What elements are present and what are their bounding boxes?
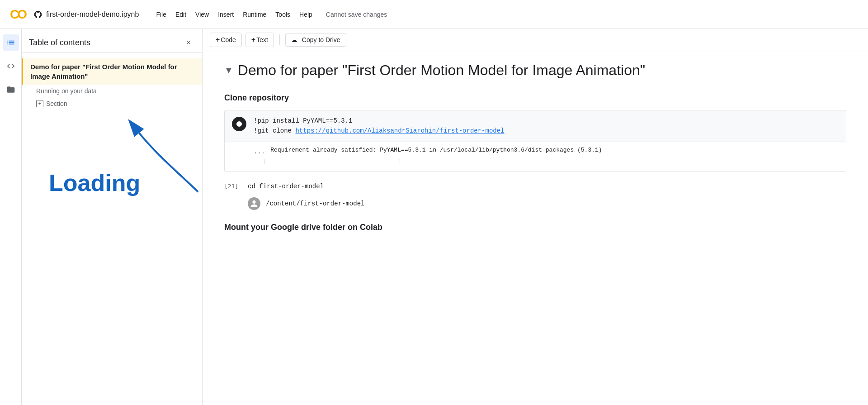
main-layout: Table of contents × Demo for paper "Firs… [0,29,868,405]
output-path-text: /content/first-order-model [266,200,364,207]
code-line-2: !git clone https://github.com/Aliaksandr… [254,126,505,136]
toc-content: Demo for paper "First Order Motion Model… [22,53,202,405]
toc-section-label: Section [46,100,67,107]
content-toolbar: + Code + Text ☁ Copy to Drive [203,29,868,51]
pip-install-code-cell: !pip install PyYAML==5.3.1 !git clone ht… [224,110,846,172]
menu-file[interactable]: File [151,8,171,21]
toc-section-item[interactable]: + Section [22,97,202,110]
cannot-save-message: Cannot save changes [326,11,387,18]
code-cell-inner: !pip install PyYAML==5.3.1 !git clone ht… [225,110,846,142]
toolbar-divider [279,34,280,45]
notebook-heading-text: Demo for paper "First Order Motion Model… [238,62,645,79]
content-area: + Code + Text ☁ Copy to Drive ▼ Demo for… [203,29,868,405]
section-expand-icon: + [36,100,43,107]
menu-insert[interactable]: Insert [213,8,238,21]
drive-icon: ☁ [291,36,297,43]
notebook-filename: first-order-model-demo.ipynb [46,10,139,19]
topbar: CO first-order-model-demo.ipynb File Edi… [0,0,868,29]
cd-output: /content/first-order-model [224,195,846,212]
add-code-button[interactable]: + Code [210,33,242,47]
menu-runtime[interactable]: Runtime [238,8,271,21]
menu-tools[interactable]: Tools [271,8,295,21]
clone-section-heading: Clone repository [224,93,846,103]
progress-bar-container [264,159,400,164]
logo-text: CO [10,7,25,22]
output-avatar [248,197,260,210]
add-text-label: Text [256,36,268,43]
code-text: !pip install PyYAML==5.3.1 !git clone ht… [254,116,505,136]
run-cell-button[interactable] [232,117,246,131]
toc-sub-item-label: Running on your data [36,87,97,95]
sidebar-icons [0,29,22,405]
add-text-button[interactable]: + Text [245,33,274,47]
toc-main-item[interactable]: Demo for paper "First Order Motion Model… [22,58,202,85]
menu-help[interactable]: Help [295,8,317,21]
menu-edit[interactable]: Edit [171,8,191,21]
toc-main-item-text: Demo for paper "First Order Motion Model… [30,62,195,81]
menu-bar: File Edit View Insert Runtime Tools Help [151,8,316,21]
menu-view[interactable]: View [191,8,213,21]
add-text-icon: + [251,36,255,44]
toc-sidebar-icon[interactable] [3,34,19,51]
github-icon [33,10,42,19]
cell-number: [21] [224,183,242,190]
collapse-arrow-icon[interactable]: ▼ [224,65,233,76]
toc-sub-item[interactable]: Running on your data [22,85,202,97]
copy-to-drive-button[interactable]: ☁ Copy to Drive [285,33,346,47]
notebook-content: ▼ Demo for paper "First Order Motion Mod… [203,51,868,247]
toc-header: Table of contents × [22,29,202,53]
mount-section-heading: Mount your Google drive folder on Colab [224,223,846,232]
toc-close-button[interactable]: × [182,36,195,49]
add-code-label: Code [221,36,236,43]
output-text-content: Requirement already satisfied: PyYAML==5… [270,146,602,155]
colab-logo: CO [7,4,28,25]
add-code-icon: + [216,36,220,44]
notebook-title-area: first-order-model-demo.ipynb [33,10,139,19]
notebook-heading: ▼ Demo for paper "First Order Motion Mod… [224,62,846,79]
github-link[interactable]: https://github.com/AliaksandrSiarohin/fi… [295,127,504,134]
code-output-area: ... Requirement already satisfied: PyYAM… [225,142,846,172]
output-ellipsis: ... [254,146,265,155]
code-line-1: !pip install PyYAML==5.3.1 [254,116,505,126]
run-button-circle [236,121,242,127]
output-row: ... Requirement already satisfied: PyYAM… [254,146,839,155]
cell-code-text: cd first-order-model [248,183,324,190]
code-sidebar-icon[interactable] [3,58,19,74]
folder-sidebar-icon[interactable] [3,81,19,98]
cd-code-cell: [21] cd first-order-model [224,179,846,194]
code-line2-prefix: !git clone [254,127,295,134]
toc-title: Table of contents [29,38,90,48]
copy-to-drive-label: Copy to Drive [302,36,340,43]
toc-panel: Table of contents × Demo for paper "Firs… [22,29,203,405]
